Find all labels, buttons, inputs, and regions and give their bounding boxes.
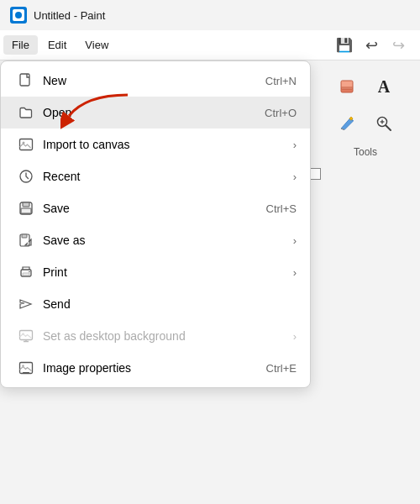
- menu-edit[interactable]: Edit: [39, 35, 75, 55]
- svg-rect-11: [22, 234, 27, 238]
- svg-point-2: [15, 12, 22, 18]
- file-dropdown-menu: New Ctrl+N Open Ctrl+O Import to canvas …: [0, 60, 311, 388]
- desktop-icon: [14, 328, 38, 344]
- desktop-arrow: ›: [293, 330, 297, 343]
- svg-line-26: [386, 126, 391, 131]
- tools-row-2: [331, 108, 400, 139]
- open-shortcut: Ctrl+O: [265, 107, 297, 119]
- menu-item-import[interactable]: Import to canvas ›: [1, 129, 310, 160]
- menu-item-save[interactable]: Save Ctrl+S: [1, 192, 310, 224]
- properties-label: Image properties: [43, 361, 266, 375]
- svg-point-14: [29, 271, 30, 273]
- menu-item-properties[interactable]: Image properties Ctrl+E: [1, 352, 310, 384]
- save-icon: [14, 201, 38, 216]
- send-label: Send: [43, 297, 297, 311]
- properties-shortcut: Ctrl+E: [266, 362, 297, 375]
- recent-icon: [14, 169, 38, 184]
- menu-item-saveas[interactable]: Save as ›: [1, 224, 310, 256]
- import-icon: [14, 137, 38, 152]
- tools-row-1: A: [331, 71, 400, 102]
- svg-rect-13: [23, 273, 29, 276]
- menu-item-print[interactable]: Print ›: [1, 256, 310, 288]
- tools-label: Tools: [354, 146, 377, 158]
- save-button[interactable]: 💾: [333, 34, 356, 57]
- print-arrow: ›: [293, 266, 297, 279]
- menu-view[interactable]: View: [76, 35, 117, 55]
- zoom-tool-button[interactable]: [368, 108, 400, 139]
- svg-rect-19: [23, 372, 29, 373]
- title-bar: Untitled - Paint: [0, 0, 420, 30]
- menu-item-send[interactable]: Send: [1, 288, 310, 320]
- eraser-tool-button[interactable]: [331, 71, 363, 102]
- pencil-tool-button[interactable]: [331, 108, 363, 139]
- menu-item-open[interactable]: Open Ctrl+O: [1, 97, 310, 129]
- open-icon: [14, 105, 38, 120]
- properties-icon: [14, 360, 38, 375]
- saveas-arrow: ›: [293, 234, 297, 247]
- menu-bar: File Edit View 💾 ↩ ↪: [0, 30, 420, 60]
- svg-rect-9: [21, 208, 31, 213]
- text-tool-button[interactable]: A: [368, 71, 400, 102]
- menu-bar-icons: 💾 ↩ ↪: [333, 34, 417, 57]
- open-label: Open: [43, 106, 265, 119]
- recent-label: Recent: [43, 170, 286, 183]
- svg-rect-8: [23, 202, 29, 207]
- import-label: Import to canvas: [43, 138, 286, 151]
- canvas-handle: [309, 168, 321, 180]
- undo-button[interactable]: ↩: [360, 34, 383, 57]
- right-panel: A Tools: [311, 60, 420, 168]
- send-icon: [14, 297, 38, 312]
- desktop-label: Set as desktop background: [43, 329, 286, 343]
- print-label: Print: [43, 265, 286, 279]
- new-icon: [14, 73, 38, 88]
- saveas-icon: [14, 233, 38, 248]
- redo-button[interactable]: ↪: [386, 34, 410, 57]
- svg-rect-3: [20, 74, 29, 86]
- new-shortcut: Ctrl+N: [265, 75, 297, 87]
- new-label: New: [43, 74, 265, 87]
- app-icon: [10, 7, 27, 24]
- menu-file[interactable]: File: [3, 35, 38, 55]
- saveas-label: Save as: [43, 234, 286, 247]
- save-label: Save: [43, 202, 266, 215]
- menu-item-recent[interactable]: Recent ›: [1, 160, 310, 192]
- print-icon: [14, 265, 38, 280]
- menu-item-desktop[interactable]: Set as desktop background ›: [1, 320, 310, 352]
- save-shortcut: Ctrl+S: [266, 202, 297, 215]
- title-bar-text: Untitled - Paint: [34, 9, 105, 22]
- menu-item-new[interactable]: New Ctrl+N: [1, 65, 310, 97]
- recent-arrow: ›: [293, 171, 297, 183]
- import-arrow: ›: [293, 139, 297, 151]
